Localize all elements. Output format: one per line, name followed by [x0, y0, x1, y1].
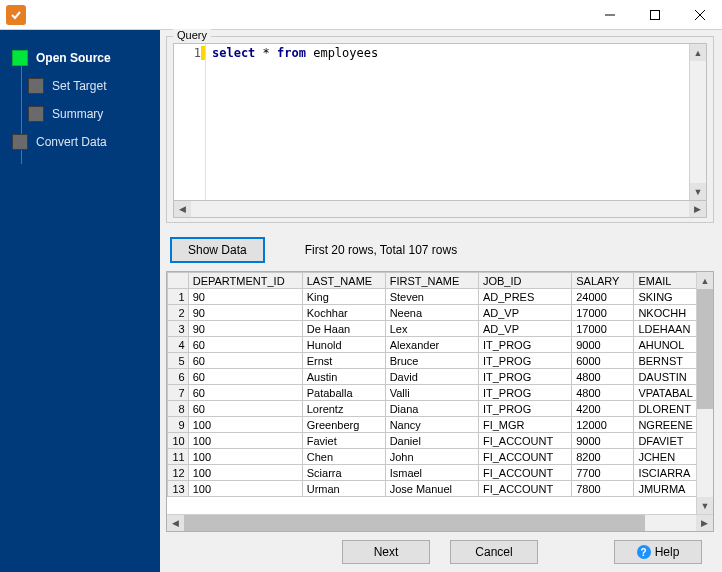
table-cell[interactable]: Sciarra	[302, 465, 385, 481]
table-cell[interactable]: IT_PROG	[478, 401, 571, 417]
table-cell[interactable]: 100	[188, 481, 302, 497]
table-cell[interactable]: AD_PRES	[478, 289, 571, 305]
sidebar-item-open-source[interactable]: Open Source	[0, 44, 160, 72]
table-vertical-scrollbar[interactable]: ▲ ▼	[696, 272, 713, 514]
table-cell[interactable]: 24000	[572, 289, 634, 305]
sidebar-item-set-target[interactable]: Set Target	[0, 72, 160, 100]
table-cell[interactable]: Daniel	[385, 433, 478, 449]
table-cell[interactable]: AD_VP	[478, 305, 571, 321]
table-row[interactable]: 560ErnstBruceIT_PROG6000BERNST	[168, 353, 697, 369]
table-cell[interactable]: FI_ACCOUNT	[478, 481, 571, 497]
table-cell[interactable]: IT_PROG	[478, 353, 571, 369]
table-cell[interactable]: Alexander	[385, 337, 478, 353]
table-cell[interactable]: IT_PROG	[478, 385, 571, 401]
minimize-button[interactable]	[587, 0, 632, 30]
table-cell[interactable]: Hunold	[302, 337, 385, 353]
column-header[interactable]: LAST_NAME	[302, 273, 385, 289]
table-cell[interactable]: Valli	[385, 385, 478, 401]
table-cell[interactable]: 4800	[572, 385, 634, 401]
table-cell[interactable]: Ernst	[302, 353, 385, 369]
scroll-thumb[interactable]	[184, 515, 645, 531]
table-cell[interactable]: Nancy	[385, 417, 478, 433]
table-cell[interactable]: Ismael	[385, 465, 478, 481]
table-cell[interactable]: FI_ACCOUNT	[478, 433, 571, 449]
table-cell[interactable]: AD_VP	[478, 321, 571, 337]
table-cell[interactable]: AHUNOL	[634, 337, 696, 353]
sidebar-item-summary[interactable]: Summary	[0, 100, 160, 128]
scroll-thumb[interactable]	[697, 289, 713, 409]
table-cell[interactable]: DFAVIET	[634, 433, 696, 449]
table-row[interactable]: 760PataballaValliIT_PROG4800VPATABAL	[168, 385, 697, 401]
table-cell[interactable]: 9000	[572, 433, 634, 449]
table-cell[interactable]: 4200	[572, 401, 634, 417]
table-cell[interactable]: 17000	[572, 321, 634, 337]
table-cell[interactable]: 60	[188, 401, 302, 417]
table-cell[interactable]: De Haan	[302, 321, 385, 337]
table-cell[interactable]: FI_ACCOUNT	[478, 465, 571, 481]
table-cell[interactable]: David	[385, 369, 478, 385]
table-cell[interactable]: 6000	[572, 353, 634, 369]
table-row[interactable]: 12100SciarraIsmaelFI_ACCOUNT7700ISCIARRA	[168, 465, 697, 481]
table-row[interactable]: 290KochharNeenaAD_VP17000NKOCHH	[168, 305, 697, 321]
table-cell[interactable]: John	[385, 449, 478, 465]
table-cell[interactable]: 7700	[572, 465, 634, 481]
table-cell[interactable]: JCHEN	[634, 449, 696, 465]
table-cell[interactable]: Austin	[302, 369, 385, 385]
table-horizontal-scrollbar[interactable]: ◀ ▶	[167, 514, 713, 531]
scroll-up-icon[interactable]: ▲	[690, 44, 706, 61]
scroll-left-icon[interactable]: ◀	[174, 201, 191, 217]
scroll-track[interactable]	[191, 201, 689, 217]
table-row[interactable]: 190KingStevenAD_PRES24000SKING	[168, 289, 697, 305]
table-cell[interactable]: 100	[188, 417, 302, 433]
table-row[interactable]: 13100UrmanJose ManuelFI_ACCOUNT7800JMURM…	[168, 481, 697, 497]
table-cell[interactable]: SKING	[634, 289, 696, 305]
table-cell[interactable]: 90	[188, 305, 302, 321]
result-table[interactable]: DEPARTMENT_IDLAST_NAMEFIRST_NAMEJOB_IDSA…	[167, 272, 696, 497]
show-data-button[interactable]: Show Data	[170, 237, 265, 263]
table-cell[interactable]: 12000	[572, 417, 634, 433]
column-header[interactable]: DEPARTMENT_ID	[188, 273, 302, 289]
table-cell[interactable]: 100	[188, 449, 302, 465]
table-cell[interactable]: Kochhar	[302, 305, 385, 321]
column-header[interactable]: JOB_ID	[478, 273, 571, 289]
table-cell[interactable]: 60	[188, 337, 302, 353]
table-cell[interactable]: NKOCHH	[634, 305, 696, 321]
table-cell[interactable]: Faviet	[302, 433, 385, 449]
table-cell[interactable]: DAUSTIN	[634, 369, 696, 385]
scroll-left-icon[interactable]: ◀	[167, 515, 184, 531]
table-row[interactable]: 660AustinDavidIT_PROG4800DAUSTIN	[168, 369, 697, 385]
table-cell[interactable]: 60	[188, 369, 302, 385]
table-row[interactable]: 390De HaanLexAD_VP17000LDEHAAN	[168, 321, 697, 337]
next-button[interactable]: Next	[342, 540, 430, 564]
table-cell[interactable]: DLORENT	[634, 401, 696, 417]
table-row[interactable]: 10100FavietDanielFI_ACCOUNT9000DFAVIET	[168, 433, 697, 449]
scroll-down-icon[interactable]: ▼	[697, 497, 713, 514]
sidebar-item-convert-data[interactable]: Convert Data	[0, 128, 160, 156]
table-row[interactable]: 11100ChenJohnFI_ACCOUNT8200JCHEN	[168, 449, 697, 465]
table-cell[interactable]: IT_PROG	[478, 369, 571, 385]
table-cell[interactable]: IT_PROG	[478, 337, 571, 353]
scroll-track[interactable]	[697, 289, 713, 497]
table-row[interactable]: 460HunoldAlexanderIT_PROG9000AHUNOL	[168, 337, 697, 353]
table-cell[interactable]: LDEHAAN	[634, 321, 696, 337]
table-cell[interactable]: 60	[188, 385, 302, 401]
cancel-button[interactable]: Cancel	[450, 540, 538, 564]
table-cell[interactable]: BERNST	[634, 353, 696, 369]
table-cell[interactable]: 60	[188, 353, 302, 369]
table-cell[interactable]: Jose Manuel	[385, 481, 478, 497]
table-row[interactable]: 860LorentzDianaIT_PROG4200DLORENT	[168, 401, 697, 417]
column-header[interactable]: FIRST_NAME	[385, 273, 478, 289]
maximize-button[interactable]	[632, 0, 677, 30]
table-cell[interactable]: NGREENE	[634, 417, 696, 433]
help-button[interactable]: ? Help	[614, 540, 702, 564]
table-cell[interactable]: Pataballa	[302, 385, 385, 401]
editor-code[interactable]: select * from employees	[206, 44, 689, 200]
table-cell[interactable]: FI_MGR	[478, 417, 571, 433]
table-cell[interactable]: Urman	[302, 481, 385, 497]
row-number-header[interactable]	[168, 273, 189, 289]
query-editor[interactable]: 1 select * from employees ▲ ▼	[173, 43, 707, 201]
table-cell[interactable]: 100	[188, 433, 302, 449]
table-cell[interactable]: 9000	[572, 337, 634, 353]
table-cell[interactable]: King	[302, 289, 385, 305]
scroll-down-icon[interactable]: ▼	[690, 183, 706, 200]
